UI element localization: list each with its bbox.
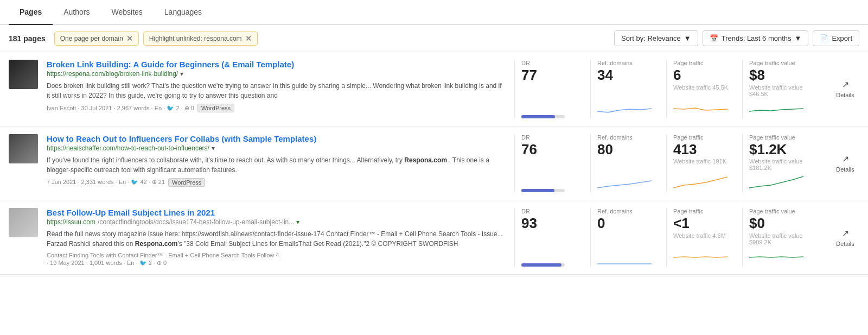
trends-button[interactable]: 📅 Trends: Last 6 months ▼ [703,30,809,46]
spark-traffic-1 [673,100,727,117]
details-button-3[interactable]: Details [836,241,854,247]
table-row: How to Reach Out to Influencers For Coll… [0,127,868,201]
filter-domain-close[interactable]: ✕ [126,34,133,43]
export-icon: 📄 [820,34,828,42]
result-meta-3b: · 19 May 2021 · 1,001 words · En · 🐦 2 ·… [47,260,506,267]
details-button-1[interactable]: Details [836,92,854,98]
tab-pages[interactable]: Pages [9,0,53,25]
page-count: 181 pages [9,34,46,43]
export-button[interactable]: 📄 Export [813,30,859,46]
export-label: Export [832,34,852,42]
metric-value-2: Page traffic value $1.2K Website traffic… [742,134,818,193]
result-url-1[interactable]: https://respona.com/blog/broken-link-bui… [47,70,506,78]
tab-authors[interactable]: Authors [53,0,100,25]
result-content-2: How to Reach Out to Influencers For Coll… [47,134,506,193]
trends-chevron-icon: ▼ [795,34,802,42]
thumbnail-1 [9,60,38,89]
trends-label: Trends: Last 6 months [722,34,792,42]
trend-icon-1: ↗ [842,79,849,90]
toolbar: 181 pages One page per domain ✕ Highligh… [0,25,868,52]
thumbnail-2 [9,134,38,163]
metric-traffic-2: Page traffic 413 Website traffic 191K [666,134,742,193]
url-chevron-icon-2: ▾ [212,144,215,152]
result-desc-3: Read the full news story magazine issue … [47,229,506,249]
filter-unlinked-tag: Highlight unlinked: respona.com ✕ [143,31,258,46]
spark-ref-2 [597,174,652,191]
metric-dr-1: DR 77 [514,60,590,118]
filter-domain-tag: One page per domain ✕ [54,31,139,46]
result-metrics-1: DR 77 Ref. domains 34 [514,60,818,118]
results-list: Broken Link Building: A Guide for Beginn… [0,52,868,275]
spark-ref-3 [597,249,652,265]
tabs-bar: Pages Authors Websites Languages [0,0,868,25]
trend-icon-2: ↗ [842,154,849,164]
trend-icon-3: ↗ [842,228,849,238]
sort-label: Sort by: Relevance [621,34,681,42]
result-url-3[interactable]: https://issuu.com/contactfindingtools/do… [47,218,506,226]
details-col-3: ↗ Details [827,208,859,267]
result-metrics-3: DR 93 Ref. domains 0 [514,208,818,267]
details-col-2: ↗ Details [827,134,859,193]
result-meta-3: Contact Finding Tools with Contact Finde… [47,252,506,258]
filter-unlinked-label: Highlight unlinked: respona.com [149,35,242,42]
metric-dr-2: DR 76 [514,134,590,193]
result-metrics-2: DR 76 Ref. domains 80 [514,134,818,193]
result-title-3[interactable]: Best Follow-Up Email Subject Lines in 20… [47,208,506,217]
url-chevron-icon-3: ▾ [296,218,299,226]
app-container: Pages Authors Websites Languages 181 pag… [0,0,868,335]
result-url-2[interactable]: https://nealschaffer.com/how-to-reach-ou… [47,144,506,152]
result-desc-2: If you've found the right influencers to… [47,155,506,175]
spark-traffic-2 [673,174,727,191]
filter-domain-label: One page per domain [60,35,123,42]
metric-ref-1: Ref. domains 34 [590,60,666,118]
details-button-2[interactable]: Details [836,166,854,173]
metric-traffic-1: Page traffic 6 Website traffic 45.5K [666,60,742,118]
filter-unlinked-close[interactable]: ✕ [245,34,252,43]
metric-ref-2: Ref. domains 80 [590,134,666,193]
details-col-1: ↗ Details [827,60,859,118]
badge-wordpress-2: WordPress [168,178,205,187]
result-title-2[interactable]: How to Reach Out to Influencers For Coll… [47,134,506,143]
result-meta-1: Ivan Escott · 30 Jul 2021 · 2,967 words … [47,104,506,112]
table-row: Best Follow-Up Email Subject Lines in 20… [0,200,868,275]
spark-ref-1 [597,100,652,117]
url-chevron-icon: ▾ [180,70,183,78]
tab-languages[interactable]: Languages [154,0,213,25]
toolbar-right: Sort by: Relevance ▼ 📅 Trends: Last 6 mo… [614,30,859,46]
spark-value-3 [749,249,803,265]
badge-wordpress-1: WordPress [197,104,234,112]
spark-traffic-3 [673,249,727,265]
metric-traffic-3: Page traffic <1 Website traffic 4.6M [666,208,742,267]
spark-value-2 [749,174,803,191]
metric-dr-3: DR 93 [514,208,590,267]
table-row: Broken Link Building: A Guide for Beginn… [0,52,868,127]
result-content-1: Broken Link Building: A Guide for Beginn… [47,60,506,118]
result-title-1[interactable]: Broken Link Building: A Guide for Beginn… [47,60,506,69]
result-meta-2: 7 Jun 2021 · 2,331 words · En · 🐦 42 · ⊕… [47,178,506,187]
spark-value-1 [749,100,803,117]
sort-chevron-icon: ▼ [684,34,691,42]
calendar-icon: 📅 [710,34,718,42]
metric-value-1: Page traffic value $8 Website traffic va… [742,60,818,118]
sort-button[interactable]: Sort by: Relevance ▼ [614,30,698,46]
tab-websites[interactable]: Websites [101,0,154,25]
result-desc-1: Does broken link building still work? Th… [47,81,506,100]
metric-ref-3: Ref. domains 0 [590,208,666,267]
thumbnail-3 [9,208,38,237]
metric-value-3: Page traffic value $0 Website traffic va… [742,208,818,267]
result-content-3: Best Follow-Up Email Subject Lines in 20… [47,208,506,267]
